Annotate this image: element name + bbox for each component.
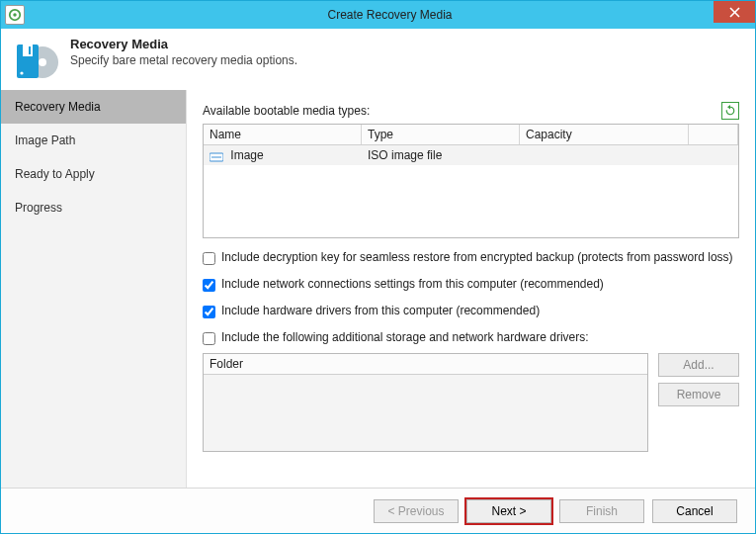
page-subtitle: Specify bare metal recovery media option…	[70, 53, 297, 67]
cancel-button[interactable]: Cancel	[652, 499, 737, 523]
media-types-grid[interactable]: Name Type Capacity Image ISO image file	[203, 124, 739, 238]
include-decryption-label[interactable]: Include decryption key for seamless rest…	[221, 250, 733, 264]
row-capacity	[520, 145, 689, 165]
wizard-body: Recovery Media Image Path Ready to Apply…	[1, 90, 755, 488]
svg-point-1	[13, 13, 17, 17]
folders-col-header[interactable]: Folder	[204, 354, 647, 375]
folders-grid[interactable]: Folder	[203, 353, 648, 452]
remove-folder-button[interactable]: Remove	[658, 383, 739, 406]
close-icon	[729, 7, 740, 18]
row-type: ISO image file	[362, 145, 520, 165]
step-image-path[interactable]: Image Path	[1, 124, 186, 157]
col-type[interactable]: Type	[362, 125, 520, 144]
window-title: Create Recovery Media	[25, 8, 755, 22]
svg-point-9	[20, 71, 23, 74]
wizard-window: Create Recovery Media Recovery Media Spe…	[0, 0, 756, 534]
svg-marker-10	[727, 105, 730, 110]
grid-header: Name Type Capacity	[204, 125, 738, 145]
col-name[interactable]: Name	[204, 125, 362, 144]
svg-rect-7	[23, 44, 33, 56]
refresh-button[interactable]	[721, 102, 739, 120]
include-drivers-checkbox[interactable]	[203, 306, 215, 318]
include-additional-label[interactable]: Include the following additional storage…	[221, 330, 589, 344]
row-name: Image	[230, 148, 263, 162]
refresh-icon	[724, 105, 736, 117]
table-row[interactable]: Image ISO image file	[204, 145, 738, 165]
header-text: Recovery Media Specify bare metal recove…	[70, 37, 297, 84]
include-additional-checkbox[interactable]	[203, 332, 215, 345]
col-spacer	[689, 125, 738, 144]
wizard-steps: Recovery Media Image Path Ready to Apply…	[1, 90, 187, 488]
media-types-label: Available bootable media types:	[203, 104, 721, 118]
next-button[interactable]: Next >	[466, 499, 551, 523]
step-progress[interactable]: Progress	[1, 191, 186, 224]
include-network-checkbox[interactable]	[203, 279, 215, 292]
include-decryption-checkbox[interactable]	[203, 252, 215, 265]
iso-image-icon	[210, 151, 223, 161]
svg-rect-8	[29, 46, 31, 54]
page-title: Recovery Media	[70, 37, 297, 51]
col-capacity[interactable]: Capacity	[520, 125, 689, 144]
include-network-label[interactable]: Include network connections settings fro…	[221, 277, 604, 291]
titlebar: Create Recovery Media	[1, 1, 755, 29]
previous-button[interactable]: < Previous	[374, 499, 459, 523]
wizard-header: Recovery Media Specify bare metal recove…	[1, 29, 755, 90]
include-drivers-label[interactable]: Include hardware drivers from this compu…	[221, 304, 540, 317]
step-recovery-media[interactable]: Recovery Media	[1, 90, 186, 124]
svg-point-5	[39, 58, 46, 66]
main-panel: Available bootable media types: Name Typ…	[187, 90, 755, 488]
add-folder-button[interactable]: Add...	[658, 353, 739, 377]
app-icon	[5, 5, 25, 25]
step-ready-to-apply[interactable]: Ready to Apply	[1, 157, 186, 191]
finish-button[interactable]: Finish	[559, 499, 644, 523]
wizard-footer: < Previous Next > Finish Cancel	[1, 488, 755, 533]
recovery-media-icon	[13, 37, 60, 84]
close-button[interactable]	[714, 1, 755, 23]
